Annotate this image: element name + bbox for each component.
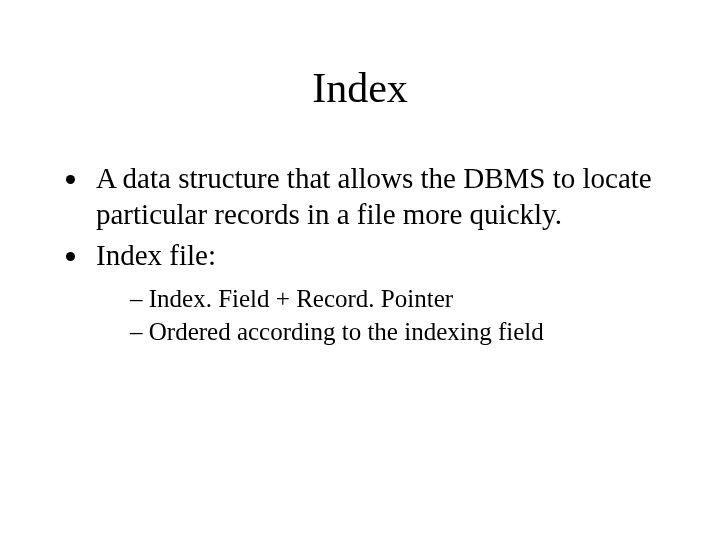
list-item-label: Index file: xyxy=(96,239,216,271)
list-item: Ordered according to the indexing field xyxy=(130,316,680,347)
slide: Index A data structure that allows the D… xyxy=(0,0,720,540)
slide-title: Index xyxy=(40,64,680,112)
list-item: A data structure that allows the DBMS to… xyxy=(90,160,680,233)
sub-bullet-list: Index. Field + Record. Pointer Ordered a… xyxy=(96,283,680,348)
bullet-list: A data structure that allows the DBMS to… xyxy=(40,160,680,347)
list-item: Index. Field + Record. Pointer xyxy=(130,283,680,314)
list-item: Index file: Index. Field + Record. Point… xyxy=(90,237,680,348)
